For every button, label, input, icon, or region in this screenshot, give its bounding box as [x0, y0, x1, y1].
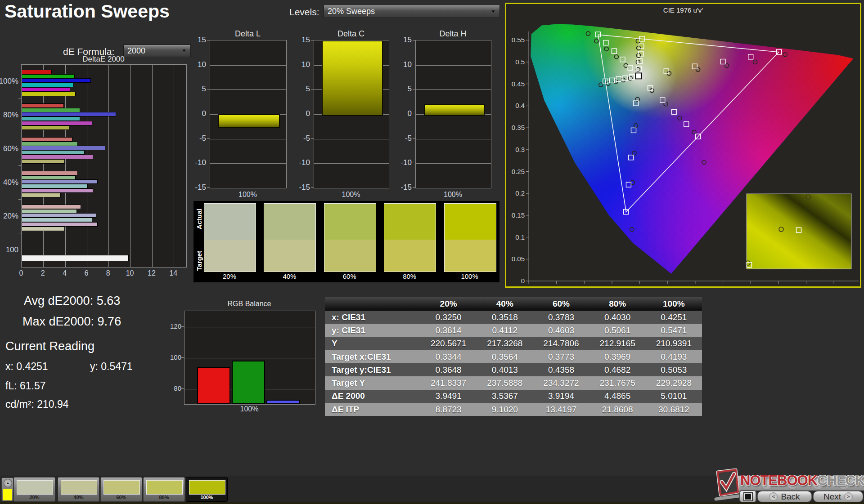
cie-y-tick-label: 0.2 [515, 189, 525, 197]
delta-gridline [416, 139, 491, 139]
deltae-axis-tick [18, 132, 21, 132]
sweep-tile-swatch [17, 480, 53, 495]
deltae-bar [22, 205, 81, 209]
table-cell: 0.5471 [646, 324, 702, 337]
table-row: ΔE ITP8.87239.102013.419721.860830.6812 [325, 403, 702, 416]
delta-y-tick-label: -15 [189, 183, 206, 192]
table-header-cell: 60% [533, 297, 589, 311]
sweep-tile-20%[interactable]: 20% [14, 477, 55, 502]
deltae-gridline [108, 65, 109, 267]
delta-axis-tick [413, 187, 415, 188]
deltae-bar [22, 209, 77, 214]
swatch-actual [445, 204, 496, 240]
deltae-bar [22, 137, 72, 142]
table-cell: 0.3969 [590, 350, 646, 363]
cie-x-tick-label: 0.1 [580, 285, 589, 286]
table-row-label: Y [325, 337, 420, 350]
delta-y-tick-label: -15 [293, 183, 310, 192]
cie-x-tick-label: 0.05 [550, 285, 563, 286]
table-row-label: Target x:CIE31 [325, 350, 420, 363]
delta-gridline [210, 65, 286, 66]
table-row-label: ΔE ITP [325, 403, 420, 416]
brand-notebook-text: NOTEBOOK [740, 473, 817, 488]
rgb-balance-title: RGB Balance [184, 300, 315, 308]
delta-plot-delta-c [314, 40, 389, 188]
table-cell: 0.4013 [477, 363, 533, 376]
table-cell: 3.9491 [420, 390, 477, 403]
cie-diagram-panel: CIE 1976 u'v' 00.050.10.150.20.250.30.35… [505, 3, 861, 288]
deltae-x-tick-label: 8 [103, 269, 113, 277]
deltae-bar [22, 159, 65, 164]
swatch-actual [324, 204, 376, 240]
cie-y-tick-label: 0.1 [515, 233, 525, 241]
back-button[interactable]: « Back [757, 491, 812, 502]
deltae-bar [22, 227, 65, 231]
deltae-gridline [174, 65, 174, 267]
table-row-label: Target Y [325, 376, 420, 389]
levels-dropdown[interactable]: 20% Sweeps ▼ [324, 5, 500, 18]
sweep-tile-swatch [146, 480, 183, 495]
sweep-start-tile[interactable]: ▲ [1, 477, 14, 501]
table-row-label: ΔE 2000 [325, 390, 420, 403]
swatch-label: 100% [444, 272, 495, 280]
table-row-label: Target y:CIE31 [325, 363, 420, 376]
deltae-bar [22, 171, 78, 175]
sweep-tile-80%[interactable]: 80% [143, 477, 185, 502]
table-cell: 229.2928 [646, 376, 702, 389]
deltae-bar [22, 218, 92, 222]
sweep-tile-label: 100% [186, 495, 227, 500]
current-fl-value: fL: 61.57 [5, 380, 46, 392]
delta-axis-tick [311, 163, 314, 163]
delta-axis-tick [413, 89, 415, 89]
swatch-label: 80% [384, 272, 435, 280]
cie-x-tick-label: 0.55 [828, 285, 841, 286]
table-cell: 220.5671 [420, 337, 477, 350]
deltae-x-tick-label: 6 [81, 269, 92, 277]
delta-axis-tick [413, 138, 415, 139]
deltae-axis-tick [18, 199, 21, 200]
table-row: Target x:CIE310.33440.35640.37730.39690.… [325, 350, 702, 363]
laptop-check-icon [713, 468, 741, 504]
deltae-y-group-label: 100% [0, 77, 18, 86]
delta-y-tick-label: 10 [395, 60, 412, 69]
delta-gridline [314, 163, 389, 164]
delta-y-tick-label: -10 [395, 158, 412, 167]
stop-button[interactable] [739, 490, 756, 503]
delta-axis-tick [413, 40, 415, 40]
swatch-label: 40% [264, 272, 315, 280]
sweep-tile-40%[interactable]: 40% [58, 477, 99, 502]
sweep-tile-100%[interactable]: 100% [186, 477, 228, 502]
rgb-bar-blue [266, 400, 300, 404]
deltae-y-group-label: 40% [0, 178, 18, 187]
swatch-target [324, 240, 376, 272]
table-row: y: CIE310.36140.41120.46030.50610.5471 [325, 324, 702, 337]
next-button[interactable]: Next » [813, 491, 863, 502]
page-title: Saturation Sweeps [4, 1, 170, 22]
deltae-bar [22, 83, 74, 87]
table-cell: 3.9194 [533, 390, 589, 403]
table-cell: 0.4358 [533, 363, 589, 376]
rgb-y-tick-label: 80 [164, 384, 181, 392]
deltae-plot [21, 64, 187, 268]
table-cell: 0.3518 [477, 311, 533, 324]
swatch-actual [384, 204, 436, 240]
deltae-gridline [130, 65, 131, 267]
cie-x-tick-label: 0.45 [772, 285, 785, 286]
table-header-cell: 40% [477, 297, 533, 311]
current-y-value: y: 0.5471 [90, 361, 133, 373]
delta-axis-tick [311, 89, 314, 89]
rgb-gridline [184, 327, 315, 327]
deltae-bar [22, 188, 93, 193]
delta-y-tick-label: 0 [293, 109, 310, 118]
actual-target-swatch-strip: ActualTarget20%40%60%80%100% [194, 201, 500, 282]
levels-value: 20% Sweeps [328, 7, 375, 16]
delta-x-label: 100% [232, 191, 264, 199]
sweep-tile-60%[interactable]: 60% [100, 477, 142, 502]
delta-axis-tick [311, 65, 314, 65]
cie-x-tick-label: 0.25 [661, 285, 674, 286]
deltae-x-tick-label: 0 [16, 269, 27, 277]
deltae-bar [22, 213, 96, 218]
delta-y-tick-label: 5 [189, 85, 206, 94]
rgb-y-tick-label: 100 [164, 353, 181, 361]
swatch-label: 20% [204, 272, 255, 280]
